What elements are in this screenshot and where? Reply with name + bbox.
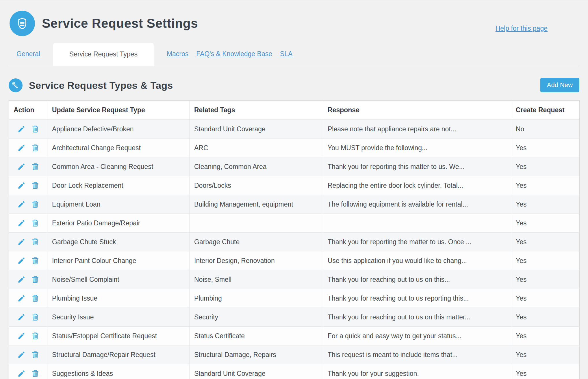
add-new-button[interactable]: Add New [540, 78, 579, 92]
response-cell: Thank you for your suggestion. [323, 364, 511, 379]
related-tags-cell: Standard Unit Coverage [190, 364, 323, 379]
create-request-cell: Yes [511, 195, 580, 214]
create-request-cell: Yes [511, 176, 580, 195]
table-row: Garbage Chute Stuck Garbage Chute Thank … [9, 233, 580, 251]
request-type-cell: Status/Estoppel Certificate Request [47, 327, 190, 345]
response-cell: Thank you for reaching out to us on this… [323, 308, 511, 327]
delete-trash-icon[interactable] [31, 294, 40, 303]
action-cell [9, 233, 47, 251]
edit-pencil-icon[interactable] [17, 218, 26, 228]
delete-trash-icon[interactable] [31, 218, 40, 228]
action-cell [9, 327, 47, 345]
response-cell: Thank you for reaching out to us reporti… [323, 289, 511, 308]
delete-trash-icon[interactable] [31, 256, 40, 265]
request-type-cell: Architectural Change Request [47, 139, 190, 157]
tab-service-request-types[interactable]: Service Request Types [53, 43, 154, 66]
table-row: Appliance Defective/Broken Standard Unit… [9, 120, 580, 139]
table-row: Status/Estoppel Certificate Request Stat… [9, 327, 580, 345]
related-tags-cell: Interior Design, Renovation [190, 251, 323, 270]
action-cell [9, 214, 47, 233]
create-request-cell: Yes [511, 270, 580, 289]
delete-trash-icon[interactable] [31, 143, 40, 152]
column-header-response: Response [323, 101, 511, 120]
create-request-cell: Yes [511, 327, 580, 345]
request-type-cell: Noise/Smell Complaint [47, 270, 190, 289]
create-request-cell: Yes [511, 157, 580, 176]
response-cell: This request is meant to include items t… [323, 345, 511, 364]
create-request-cell: Yes [511, 364, 580, 379]
service-request-types-table: Action Update Service Request Type Relat… [9, 100, 580, 379]
request-type-cell: Equipment Loan [47, 195, 190, 214]
delete-trash-icon[interactable] [31, 200, 40, 209]
edit-pencil-icon[interactable] [17, 162, 26, 171]
delete-trash-icon[interactable] [31, 331, 40, 341]
action-cell [9, 289, 47, 308]
delete-trash-icon[interactable] [31, 124, 40, 134]
wrench-icon [9, 78, 23, 92]
help-link[interactable]: Help for this page [496, 25, 548, 32]
request-type-cell: Appliance Defective/Broken [47, 120, 190, 139]
create-request-cell: Yes [511, 251, 580, 270]
action-cell [9, 251, 47, 270]
edit-pencil-icon[interactable] [17, 181, 26, 190]
edit-pencil-icon[interactable] [17, 237, 26, 246]
related-tags-cell: Standard Unit Coverage [190, 120, 323, 139]
delete-trash-icon[interactable] [31, 312, 40, 322]
create-request-cell: No [511, 120, 580, 139]
edit-pencil-icon[interactable] [17, 124, 26, 134]
edit-pencil-icon[interactable] [17, 256, 26, 265]
tab-faq-s-knowledge-base[interactable]: FAQ's & Knowledge Base [196, 50, 272, 66]
delete-trash-icon[interactable] [31, 237, 40, 246]
table-row: Plumbing Issue Plumbing Thank you for re… [9, 289, 580, 308]
delete-trash-icon[interactable] [31, 369, 40, 378]
table-row: Exterior Patio Damage/Repair Yes [9, 214, 580, 233]
table-row: Equipment Loan Building Management, equi… [9, 195, 580, 214]
shield-icon [10, 11, 35, 36]
delete-trash-icon[interactable] [31, 275, 40, 284]
response-cell: Use this application if you would like t… [323, 251, 511, 270]
column-header-type: Update Service Request Type [47, 101, 190, 120]
table-row: Suggestions & Ideas Standard Unit Covera… [9, 364, 580, 379]
request-type-cell: Door Lock Replacement [47, 176, 190, 195]
delete-trash-icon[interactable] [31, 350, 40, 359]
action-cell [9, 270, 47, 289]
response-cell: The following equipment is available for… [323, 195, 511, 214]
edit-pencil-icon[interactable] [17, 369, 26, 378]
tab-sla[interactable]: SLA [280, 50, 292, 66]
create-request-cell: Yes [511, 289, 580, 308]
delete-trash-icon[interactable] [31, 181, 40, 190]
request-type-cell: Garbage Chute Stuck [47, 233, 190, 251]
action-cell [9, 157, 47, 176]
create-request-cell: Yes [511, 345, 580, 364]
response-cell: Please note that appliance repairs are n… [323, 120, 511, 139]
create-request-cell: Yes [511, 233, 580, 251]
request-type-cell: Plumbing Issue [47, 289, 190, 308]
edit-pencil-icon[interactable] [17, 331, 26, 341]
edit-pencil-icon[interactable] [17, 294, 26, 303]
table-row: Security Issue Security Thank you for re… [9, 308, 580, 327]
edit-pencil-icon[interactable] [17, 200, 26, 209]
edit-pencil-icon[interactable] [17, 143, 26, 152]
request-type-cell: Security Issue [47, 308, 190, 327]
edit-pencil-icon[interactable] [17, 312, 26, 322]
related-tags-cell: Status Certificate [190, 327, 323, 345]
create-request-cell: Yes [511, 214, 580, 233]
request-type-cell: Common Area - Cleaning Request [47, 157, 190, 176]
action-cell [9, 345, 47, 364]
related-tags-cell: Plumbing [190, 289, 323, 308]
action-cell [9, 176, 47, 195]
page-title: Service Request Settings [42, 16, 198, 31]
edit-pencil-icon[interactable] [17, 275, 26, 284]
response-cell [323, 214, 511, 233]
tabs-bar: GeneralService Request TypesMacrosFAQ's … [9, 44, 579, 66]
delete-trash-icon[interactable] [31, 162, 40, 171]
tab-macros[interactable]: Macros [167, 50, 188, 66]
related-tags-cell: Security [190, 308, 323, 327]
table-row: Common Area - Cleaning Request Cleaning,… [9, 157, 580, 176]
table-row: Architectural Change Request ARC You MUS… [9, 139, 580, 157]
create-request-cell: Yes [511, 308, 580, 327]
related-tags-cell: Cleaning, Common Area [190, 157, 323, 176]
table-row: Door Lock Replacement Doors/Locks Replac… [9, 176, 580, 195]
tab-general[interactable]: General [16, 50, 40, 66]
edit-pencil-icon[interactable] [17, 350, 26, 359]
